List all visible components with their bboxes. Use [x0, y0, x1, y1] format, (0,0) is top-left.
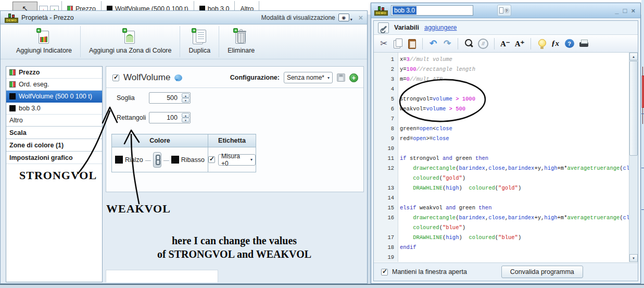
validate-program-button[interactable]: Convalida programma	[501, 266, 583, 278]
code-line[interactable]: 6weakvol=volume > 500	[374, 104, 629, 114]
comment-icon[interactable]: //	[478, 39, 488, 49]
code-editor-area[interactable]: 1x=3//mult volume2y=100//rectangle lengt…	[374, 53, 638, 262]
duplicate-button[interactable]: + Duplica	[180, 26, 219, 57]
keep-window-open-label: Mantieni la finestra aperta	[392, 268, 467, 276]
code-line[interactable]: 16 drawrectangle(barindex,close,barindex…	[374, 213, 629, 223]
code-line[interactable]: 3m=0//mult ATR	[374, 74, 629, 84]
line-number: 16	[374, 213, 398, 223]
sidebar-section-impostazioni-grafico[interactable]: Impostazioni grafico	[6, 151, 102, 164]
sidebar-item-wolfvolume[interactable]: WolfVolume (500 0 100 t)	[6, 91, 102, 103]
spinner-down-button[interactable]	[182, 118, 190, 122]
vertical-scrollbar[interactable]: ▲ ▼	[629, 53, 638, 262]
code-line[interactable]: 17 DRAWHLINE(high) coloured("blue")	[374, 233, 629, 243]
code-line[interactable]: 4	[374, 84, 629, 94]
program-name-value: bob 3.0	[393, 6, 416, 15]
list-item-label: Ord. eseg.	[19, 81, 49, 88]
save-configuration-icon[interactable]	[337, 73, 345, 82]
indicator-enabled-checkbox[interactable]	[112, 74, 119, 81]
code-line[interactable]: 14	[374, 193, 629, 203]
soglia-input[interactable]: 500	[149, 92, 191, 104]
chart-line	[641, 114, 644, 114]
add-variable-link[interactable]: aggiungere	[424, 24, 457, 31]
spinner-up-button[interactable]	[182, 113, 190, 118]
wolfvolume-config-panel: WolfVolume Configurazione: Senza nome* ▾…	[106, 66, 364, 192]
code-line[interactable]: 11if strongvol and green then	[374, 154, 629, 164]
undo-icon[interactable]: ↶	[428, 38, 438, 49]
label-enabled-checkbox[interactable]	[208, 156, 215, 163]
link-colors-icon[interactable]	[153, 152, 161, 168]
chevron-down-icon: ▾	[327, 76, 330, 80]
sidebar-item-ord-eseg[interactable]: Ord. eseg.	[6, 79, 102, 91]
code-line[interactable]: 9red=open>=close	[374, 134, 629, 144]
code-line[interactable]: 13 DRAWHLINE(high) coloured("gold")	[374, 183, 629, 193]
line-number: 14	[374, 193, 398, 203]
spinner-down-button[interactable]	[182, 98, 190, 103]
annotation-note-line2: of STRONGVOL and WEAKVOL	[130, 247, 338, 261]
list-item-icon	[9, 69, 16, 76]
code-line[interactable]: 8green=open<close	[374, 124, 629, 134]
rettangoli-input[interactable]: 100	[149, 112, 191, 123]
code-line[interactable]: coloured("blue")	[374, 223, 629, 233]
properties-toolbar: + Aggiungi Indicatore + Aggiungi una Zon…	[1, 24, 367, 59]
parameter-value: 500	[149, 93, 180, 103]
search-icon[interactable]	[464, 38, 473, 49]
paste-icon[interactable]	[407, 38, 416, 49]
view-mode-eye-icon[interactable]: ◉	[338, 14, 349, 21]
code-line[interactable]: 7	[374, 114, 629, 124]
configuration-select[interactable]: Senza nome* ▾	[284, 72, 333, 83]
keep-window-open-checkbox[interactable]	[381, 269, 388, 276]
close-button[interactable]: ×	[631, 7, 635, 15]
delete-button[interactable]: + Eliminare	[219, 26, 263, 57]
minimize-button[interactable]: _	[615, 7, 618, 15]
demo-logo-icon: DEMO	[374, 5, 388, 16]
add-configuration-icon[interactable]: +	[349, 73, 358, 82]
sidebar-section-zone-di-colore[interactable]: Zone di colore (1)	[6, 139, 102, 152]
list-item-label: Altro	[9, 117, 23, 124]
add-color-zone-button[interactable]: + Aggiungi una Zona di Colore	[80, 26, 180, 57]
font-decrease-icon[interactable]: A⁻	[500, 38, 510, 49]
scrollbar-thumb[interactable]	[629, 61, 638, 156]
line-number: 3	[374, 74, 398, 84]
code-line[interactable]: 19	[374, 253, 629, 262]
code-lines[interactable]: 1x=3//mult volume2y=100//rectangle lengt…	[374, 55, 629, 262]
rialzo-color-swatch[interactable]	[115, 156, 123, 164]
help-icon[interactable]: ?	[565, 39, 574, 48]
code-line[interactable]: 1x=3//mult volume	[374, 55, 629, 65]
function-icon[interactable]: ƒx	[551, 38, 560, 49]
redo-icon[interactable]: ↷	[443, 38, 452, 49]
list-item-icon	[9, 93, 16, 99]
sidebar-item-prezzo[interactable]: Prezzo	[6, 67, 102, 79]
ribasso-color-swatch[interactable]	[171, 156, 179, 164]
lightbulb-icon[interactable]	[537, 38, 546, 49]
comment-bubble-icon[interactable]	[174, 74, 182, 81]
program-help-button[interactable]: ?	[497, 5, 511, 16]
scroll-down-button[interactable]: ▼	[629, 254, 638, 262]
code-line[interactable]: 12 drawrectangle(barindex,close,barindex…	[374, 164, 629, 173]
font-increase-icon[interactable]: A⁺	[515, 38, 525, 49]
scroll-up-button[interactable]: ▲	[629, 53, 638, 60]
code-line[interactable]: 15elsif weakvol and green then	[374, 203, 629, 213]
code-line[interactable]: 18endif	[374, 243, 629, 253]
print-icon[interactable]	[579, 38, 588, 49]
sidebar-section-scala[interactable]: Scala	[6, 126, 102, 139]
sidebar-item-altro[interactable]: Altro	[6, 115, 102, 127]
code-line[interactable]: 10	[374, 144, 629, 154]
copy-icon[interactable]	[393, 38, 402, 49]
program-name-input[interactable]: bob 3.0	[391, 5, 473, 16]
label-measure-select[interactable]: Misura +0 ▾	[218, 154, 256, 166]
wrench-icon[interactable]	[378, 22, 389, 33]
cut-icon[interactable]: ✂	[379, 38, 388, 49]
code-line[interactable]: 2y=100//rectangle length	[374, 65, 629, 74]
editor-titlebar[interactable]: DEMO bob 3.0 ? _ □ ×	[371, 3, 640, 18]
background-chart-strip	[641, 0, 644, 288]
red-candle	[642, 76, 644, 108]
properties-titlebar[interactable]: DEMO Proprietà - Prezzo Modalità di visu…	[1, 11, 367, 24]
maximize-button[interactable]: □	[623, 7, 627, 15]
column-header-etichetta: Etichetta	[208, 134, 256, 147]
close-button[interactable]: ×	[359, 14, 363, 22]
code-line[interactable]: coloured("gold")	[374, 173, 629, 183]
add-indicator-button[interactable]: + Aggiungi Indicatore	[8, 26, 80, 57]
sidebar-item-bob-3-0[interactable]: bob 3.0	[6, 103, 102, 115]
code-line[interactable]: 5strongvol=volume > 1000	[374, 94, 629, 104]
spinner-up-button[interactable]	[182, 93, 190, 98]
